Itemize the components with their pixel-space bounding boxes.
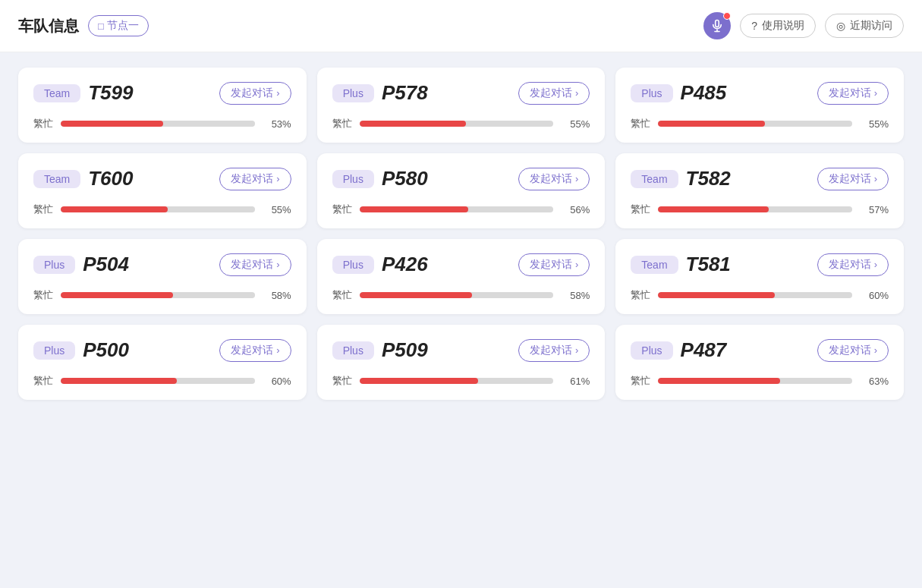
progress-bar-background <box>360 206 554 212</box>
card-bottom: 繁忙 57% <box>631 203 889 216</box>
progress-percent: 58% <box>561 290 590 301</box>
busy-label: 繁忙 <box>631 203 650 216</box>
team-card: Plus P578 发起对话 › 繁忙 55% <box>317 68 606 143</box>
progress-percent: 61% <box>561 376 590 387</box>
card-top: Plus P487 发起对话 › <box>631 338 889 362</box>
progress-percent: 60% <box>860 290 889 301</box>
team-card: Team T581 发起对话 › 繁忙 60% <box>615 239 904 314</box>
card-id: P485 <box>681 81 810 105</box>
card-top: Team T581 发起对话 › <box>631 253 889 276</box>
talk-button[interactable]: 发起对话 › <box>219 253 291 276</box>
card-badge: Plus <box>33 341 75 360</box>
main-content: Team T599 发起对话 › 繁忙 53% Plus P578 发起对话 ›… <box>0 52 922 415</box>
chevron-right-icon: › <box>874 344 877 356</box>
talk-button[interactable]: 发起对话 › <box>219 168 291 190</box>
progress-percent: 60% <box>263 376 291 387</box>
card-top: Plus P580 发起对话 › <box>332 167 590 190</box>
cards-grid: Team T599 发起对话 › 繁忙 53% Plus P578 发起对话 ›… <box>18 68 904 400</box>
team-card: Plus P580 发起对话 › 繁忙 56% <box>317 153 606 228</box>
busy-label: 繁忙 <box>631 117 650 130</box>
chevron-right-icon: › <box>874 259 877 270</box>
card-bottom: 繁忙 60% <box>33 374 291 388</box>
page-title: 车队信息 <box>18 16 79 36</box>
chevron-right-icon: › <box>276 173 279 184</box>
node-icon: □ <box>98 20 104 32</box>
busy-label: 繁忙 <box>332 203 352 216</box>
node-button[interactable]: □ 节点一 <box>88 15 149 36</box>
team-card: Team T599 发起对话 › 繁忙 53% <box>18 68 307 143</box>
recent-button[interactable]: ◎ 近期访问 <box>825 14 904 38</box>
card-id: P578 <box>382 81 511 105</box>
card-top: Plus P509 发起对话 › <box>332 338 590 362</box>
talk-button[interactable]: 发起对话 › <box>518 339 590 362</box>
card-top: Plus P504 发起对话 › <box>33 253 291 276</box>
card-badge: Plus <box>631 84 672 102</box>
chevron-right-icon: › <box>874 173 877 184</box>
progress-bar-fill <box>61 292 173 298</box>
progress-bar-fill <box>658 292 774 298</box>
svg-rect-0 <box>716 20 719 27</box>
busy-label: 繁忙 <box>33 374 53 388</box>
card-badge: Team <box>33 170 80 188</box>
notification-dot <box>723 12 731 20</box>
busy-label: 繁忙 <box>332 374 352 388</box>
card-id: P426 <box>382 253 511 276</box>
card-badge: Team <box>631 170 678 188</box>
progress-bar-background <box>360 292 554 298</box>
help-button[interactable]: ? 使用说明 <box>740 14 816 38</box>
voice-icon <box>710 19 724 33</box>
team-card: Plus P487 发起对话 › 繁忙 63% <box>615 325 904 400</box>
team-card: Plus P485 发起对话 › 繁忙 55% <box>615 68 904 143</box>
talk-button[interactable]: 发起对话 › <box>817 168 889 190</box>
help-label: 使用说明 <box>762 19 804 33</box>
card-top: Plus P485 发起对话 › <box>631 81 889 105</box>
help-icon: ? <box>751 20 757 32</box>
progress-percent: 63% <box>860 376 889 387</box>
card-badge: Plus <box>631 341 672 360</box>
talk-button[interactable]: 发起对话 › <box>817 339 889 362</box>
header-right: ? 使用说明 ◎ 近期访问 <box>703 12 904 39</box>
talk-button[interactable]: 发起对话 › <box>817 82 889 105</box>
progress-percent: 58% <box>263 290 291 301</box>
talk-button[interactable]: 发起对话 › <box>518 253 590 276</box>
card-top: Plus P426 发起对话 › <box>332 253 590 276</box>
talk-button[interactable]: 发起对话 › <box>518 82 590 105</box>
progress-bar-background <box>658 378 852 384</box>
busy-label: 繁忙 <box>33 203 53 216</box>
progress-bar-background <box>360 121 554 127</box>
voice-button[interactable] <box>703 12 731 39</box>
card-top: Plus P500 发起对话 › <box>33 338 291 362</box>
card-badge: Plus <box>332 341 374 360</box>
card-top: Team T600 发起对话 › <box>33 167 291 190</box>
card-bottom: 繁忙 53% <box>33 117 291 130</box>
team-card: Plus P509 发起对话 › 繁忙 61% <box>317 325 606 400</box>
progress-bar-fill <box>658 378 780 384</box>
card-top: Team T599 发起对话 › <box>33 81 291 105</box>
card-bottom: 繁忙 55% <box>33 203 291 216</box>
card-badge: Plus <box>332 256 374 274</box>
progress-bar-background <box>61 378 255 384</box>
team-card: Team T582 发起对话 › 繁忙 57% <box>615 153 904 228</box>
card-bottom: 繁忙 60% <box>631 288 889 302</box>
progress-bar-fill <box>61 121 163 127</box>
team-card: Plus P500 发起对话 › 繁忙 60% <box>18 325 307 400</box>
progress-bar-background <box>360 378 554 384</box>
talk-button[interactable]: 发起对话 › <box>518 168 590 190</box>
card-top: Plus P578 发起对话 › <box>332 81 590 105</box>
card-id: P509 <box>382 338 511 362</box>
recent-icon: ◎ <box>836 20 845 32</box>
talk-button[interactable]: 发起对话 › <box>817 253 889 276</box>
team-card: Plus P426 发起对话 › 繁忙 58% <box>317 239 606 314</box>
talk-button[interactable]: 发起对话 › <box>219 82 291 105</box>
talk-button[interactable]: 发起对话 › <box>219 339 291 362</box>
card-bottom: 繁忙 55% <box>332 117 590 130</box>
progress-bar-fill <box>360 206 468 212</box>
progress-bar-background <box>61 121 255 127</box>
card-bottom: 繁忙 55% <box>631 117 889 130</box>
progress-bar-fill <box>658 206 769 212</box>
chevron-right-icon: › <box>575 344 578 356</box>
card-bottom: 繁忙 63% <box>631 374 889 388</box>
progress-bar-fill <box>61 206 168 212</box>
progress-bar-background <box>658 206 852 212</box>
busy-label: 繁忙 <box>631 374 650 388</box>
